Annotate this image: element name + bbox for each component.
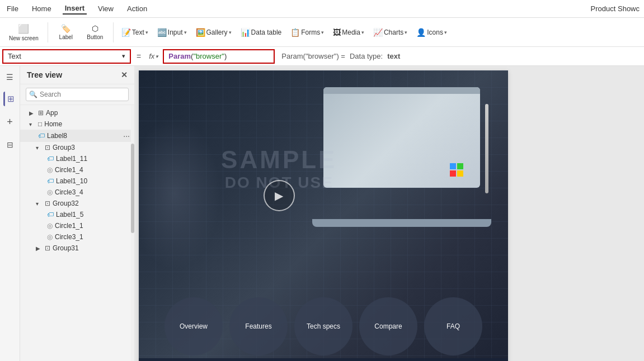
- menu-home[interactable]: Home: [30, 3, 54, 14]
- icons-chevron-icon: ▾: [444, 30, 447, 35]
- hamburger-icon[interactable]: ☰: [4, 70, 16, 84]
- gallery-dropdown[interactable]: 🖼️ Gallery ▾: [192, 26, 235, 39]
- canvas-area: SAMPLE DO NOT USE ▶ Overview Features Te…: [134, 66, 644, 361]
- input-dropdown[interactable]: 🔤 Input ▾: [154, 26, 190, 39]
- tree-item-label1-11-label: Label1_11: [56, 155, 130, 163]
- tree-item-home-label: Home: [44, 120, 130, 128]
- forms-chevron-icon: ▾: [321, 30, 324, 35]
- tree-item-app-label: App: [46, 109, 130, 117]
- menu-file[interactable]: File: [4, 3, 21, 14]
- icons-dropdown[interactable]: 👤 Icons ▾: [413, 26, 450, 39]
- charts-chevron-icon: ▾: [405, 30, 407, 35]
- gallery-chevron-icon: ▾: [229, 30, 232, 35]
- menu-view[interactable]: View: [96, 3, 116, 14]
- icons-label: Icons: [427, 28, 443, 36]
- new-screen-icon: ⬜: [18, 23, 29, 34]
- ribbon-divider-1: [48, 22, 48, 42]
- forms-dropdown[interactable]: 📋 Forms ▾: [287, 26, 327, 39]
- text-dropdown[interactable]: 📝 Text ▾: [118, 26, 152, 39]
- laptop-screen-sim: [323, 87, 480, 188]
- tree-search-wrap: 🔍: [26, 88, 129, 101]
- tree-header: Tree view ✕: [20, 66, 134, 84]
- laptop-visual: [312, 87, 491, 232]
- formula-selector[interactable]: Text ▾: [2, 49, 131, 64]
- label-button[interactable]: 🏷️ Label: [53, 22, 79, 42]
- datatable-label: Data table: [251, 28, 282, 36]
- label-btn-label: Label: [59, 34, 73, 40]
- group32-collapse-icon: ▾: [36, 201, 43, 207]
- tree-item-group3-label: Group3: [53, 144, 130, 151]
- tree-view-panel: Tree view ✕ 🔍 ▶ ⊞ App: [20, 66, 134, 361]
- tree-search-area: 🔍: [20, 84, 134, 105]
- tree-item-circle3-1[interactable]: ◎ Circle3_1: [20, 231, 134, 243]
- tree-close-icon[interactable]: ✕: [121, 70, 128, 79]
- nav-btn-tech-specs[interactable]: Tech specs: [294, 297, 352, 355]
- tree-item-group32[interactable]: ▾ ⊡ Group32: [20, 198, 134, 209]
- ribbon-divider-2: [113, 22, 114, 42]
- text-chevron-icon: ▾: [145, 30, 148, 35]
- left-panel: ☰ ⊞ + ⊟ Tree view ✕ 🔍: [0, 66, 134, 361]
- button-button[interactable]: ⬡ Button: [82, 22, 109, 42]
- gallery-label: Gallery: [206, 28, 228, 36]
- tree-item-label8[interactable]: 🏷 Label8 ···: [20, 130, 134, 142]
- input-chevron-icon: ▾: [184, 30, 187, 35]
- circle1-4-icon: ◎: [47, 166, 53, 174]
- formula-input[interactable]: Param("browser"): [163, 49, 275, 64]
- app-expand-icon: ▶: [29, 110, 36, 116]
- input-label: Input: [168, 28, 183, 36]
- tree-item-group31[interactable]: ▶ ⊡ Group31: [20, 243, 134, 254]
- label8-icon: 🏷: [38, 132, 45, 140]
- tree-item-circle3-4[interactable]: ◎ Circle3_4: [20, 187, 134, 198]
- tree-content: ▶ ⊞ App ▾ □ Home 🏷 Label8 ···: [20, 105, 134, 361]
- tree-item-circle1-4[interactable]: ◎ Circle1_4: [20, 164, 134, 175]
- tree-item-group3[interactable]: ▾ ⊡ Group3: [20, 142, 134, 153]
- tools-decoration: [139, 104, 228, 283]
- label-icon: 🏷️: [61, 24, 70, 33]
- nav-btn-overview[interactable]: Overview: [164, 297, 223, 355]
- tree-item-group31-label: Group31: [53, 244, 130, 252]
- search-input[interactable]: [26, 88, 129, 101]
- nav-btn-compare[interactable]: Compare: [359, 297, 417, 355]
- media-icon: 🖼: [333, 28, 341, 37]
- datatable-dropdown[interactable]: 📊 Data table: [237, 26, 285, 39]
- main-layout: ☰ ⊞ + ⊟ Tree view ✕ 🔍: [0, 66, 644, 361]
- data-icon[interactable]: ⊟: [4, 138, 16, 151]
- datatable-icon: 📊: [241, 28, 250, 37]
- nav-btn-features[interactable]: Features: [229, 297, 288, 355]
- charts-icon: 📈: [373, 28, 383, 37]
- menu-action[interactable]: Action: [125, 3, 149, 14]
- text-label: Text: [132, 28, 144, 36]
- tree-item-circle1-1[interactable]: ◎ Circle1_1: [20, 220, 134, 231]
- search-icon: 🔍: [29, 91, 37, 98]
- button-btn-label: Button: [87, 34, 103, 40]
- label8-menu-icon[interactable]: ···: [123, 131, 130, 140]
- app-grid-icon: ⊞: [38, 109, 44, 117]
- sidebar-icons: ☰ ⊞ + ⊟: [0, 66, 20, 361]
- tree-item-app[interactable]: ▶ ⊞ App: [20, 107, 134, 118]
- charts-dropdown[interactable]: 📈 Charts ▾: [370, 26, 411, 39]
- group31-expand-icon: ▶: [36, 245, 43, 251]
- group3-icon: ⊡: [45, 144, 50, 151]
- label1-11-icon: 🏷: [47, 155, 54, 163]
- group3-collapse-icon: ▾: [36, 145, 43, 151]
- formula-datatype-label: Data type:: [350, 52, 383, 60]
- menu-insert[interactable]: Insert: [63, 3, 87, 15]
- formula-fx-button[interactable]: fx ▾: [147, 52, 161, 60]
- tree-item-label1-5[interactable]: 🏷 Label1_5: [20, 209, 134, 220]
- tree-item-label1-11[interactable]: 🏷 Label1_11: [20, 153, 134, 164]
- tree-item-home[interactable]: ▾ □ Home: [20, 118, 134, 130]
- media-dropdown[interactable]: 🖼 Media ▾: [330, 26, 368, 39]
- tree-item-label1-10[interactable]: 🏷 Label1_10: [20, 175, 134, 187]
- group31-icon: ⊡: [45, 244, 50, 252]
- home-screen-icon: □: [38, 120, 42, 128]
- play-button[interactable]: ▶: [264, 180, 295, 211]
- nav-btn-faq[interactable]: FAQ: [424, 297, 482, 355]
- layers-icon[interactable]: ⊞: [3, 92, 17, 106]
- new-screen-button[interactable]: ⬜ New screen: [4, 21, 43, 44]
- label1-10-icon: 🏷: [47, 177, 54, 185]
- windows-logo-on-screen: [450, 163, 463, 177]
- charts-label: Charts: [384, 28, 403, 36]
- nav-buttons-row: Overview Features Tech specs Compare FAQ: [139, 297, 508, 355]
- plus-icon[interactable]: +: [4, 114, 15, 130]
- media-chevron-icon: ▾: [361, 30, 364, 35]
